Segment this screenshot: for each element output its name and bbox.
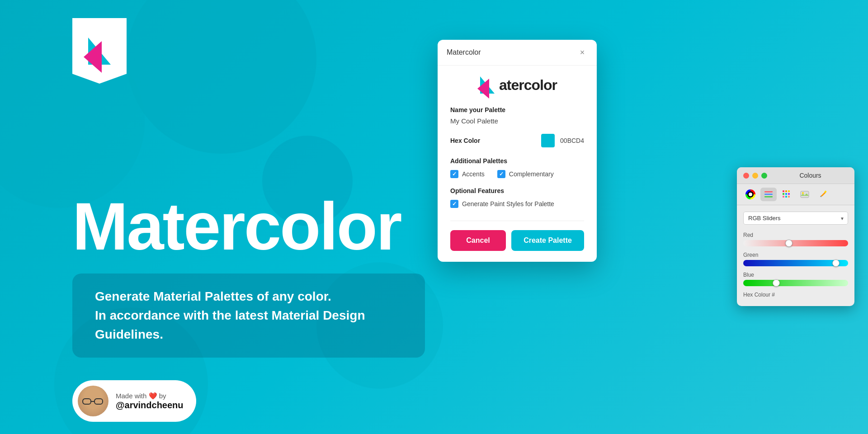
rgb-sliders-dropdown[interactable]: RGB Sliders: [743, 212, 848, 225]
author-card: Made with ❤️ by @arvindcheenu: [72, 380, 196, 422]
plugin-logo-pink: [477, 79, 489, 99]
logo-mark: [84, 38, 115, 65]
action-buttons: Cancel Create Palette: [450, 230, 584, 251]
svg-rect-7: [764, 194, 773, 195]
hex-field-row: Hex Colour #: [743, 292, 848, 298]
palette-name-label: Name your Palette: [450, 106, 584, 113]
close-button[interactable]: ×: [577, 47, 588, 58]
colors-panel: Colours: [737, 167, 854, 306]
green-slider-thumb[interactable]: [832, 259, 840, 267]
svg-rect-12: [783, 193, 784, 195]
pencil-icon[interactable]: [815, 188, 831, 201]
svg-rect-0: [83, 399, 91, 404]
red-slider-thumb[interactable]: [785, 240, 793, 247]
plugin-logo-mark: [477, 76, 497, 94]
subtitle-text: Generate Material Palettes of any color.…: [95, 287, 402, 344]
bookmark-shape: [72, 18, 127, 84]
divider: [450, 221, 584, 221]
sliders-toolbar-icon[interactable]: [760, 188, 777, 201]
svg-rect-15: [783, 196, 784, 198]
svg-point-5: [749, 193, 752, 196]
panel-body: RGB Sliders ▼ Red Green Blue Hex Colo: [737, 205, 854, 306]
left-content: Matercolor Generate Material Palettes of…: [72, 0, 479, 434]
avatar-glasses: [82, 398, 104, 405]
blue-slider-group: Blue: [743, 272, 848, 286]
author-text-block: Made with ❤️ by @arvindcheenu: [116, 392, 184, 410]
logo-container: [72, 18, 127, 84]
red-slider-track[interactable]: [743, 240, 848, 246]
hex-value: 00BCD4: [560, 137, 584, 144]
avatar: [78, 386, 108, 416]
accents-check-icon: ✓: [452, 171, 457, 177]
dialog-header: Matercolor ×: [438, 40, 597, 66]
blue-slider-track[interactable]: [743, 280, 848, 286]
made-with-text: Made with ❤️ by: [116, 392, 184, 400]
svg-rect-17: [788, 196, 790, 198]
accents-label: Accents: [462, 170, 485, 178]
generate-styles-check-icon: ✓: [452, 201, 457, 207]
traffic-light-green[interactable]: [761, 173, 767, 179]
create-palette-button[interactable]: Create Palette: [511, 230, 584, 251]
svg-rect-13: [785, 193, 787, 195]
generate-styles-checkbox[interactable]: ✓: [450, 200, 458, 208]
optional-features-label: Optional Features: [450, 187, 584, 194]
tagline-line1: Generate Material Palettes of any color.: [95, 289, 331, 303]
svg-rect-9: [783, 190, 784, 192]
traffic-light-red[interactable]: [743, 173, 749, 179]
hex-swatch[interactable]: [541, 134, 555, 147]
svg-rect-18: [801, 191, 809, 198]
svg-rect-11: [788, 190, 790, 192]
panel-titlebar: Colours: [737, 167, 854, 184]
grid-icon[interactable]: [778, 188, 795, 201]
hex-row: Hex Color 00BCD4: [450, 134, 584, 147]
svg-point-19: [802, 192, 804, 194]
dropdown-row[interactable]: RGB Sliders ▼: [743, 212, 848, 225]
checkboxes-row: ✓ Accents ✓ Complementary: [450, 170, 584, 178]
cancel-button[interactable]: Cancel: [450, 230, 506, 251]
blue-slider-thumb[interactable]: [773, 279, 780, 287]
subtitle-box: Generate Material Palettes of any color.…: [72, 274, 425, 358]
dropdown-arrow-icon: ▼: [840, 216, 844, 221]
panel-toolbar: [737, 184, 854, 205]
green-label: Green: [743, 252, 848, 258]
author-handle: @arvindcheenu: [116, 400, 184, 410]
svg-rect-8: [764, 196, 773, 198]
image-icon[interactable]: [797, 188, 813, 201]
color-wheel-icon[interactable]: [742, 188, 759, 201]
additional-palettes-label: Additional Palettes: [450, 157, 584, 165]
complementary-checkbox-item[interactable]: ✓ Complementary: [497, 170, 554, 178]
dialog-body: atercolor Name your Palette My Cool Pale…: [438, 66, 597, 262]
plugin-logo: atercolor: [450, 76, 584, 94]
complementary-checkbox[interactable]: ✓: [497, 170, 505, 178]
blue-label: Blue: [743, 272, 848, 278]
green-slider-group: Green: [743, 252, 848, 266]
hex-field-label: Hex Colour #: [743, 292, 848, 298]
complementary-check-icon: ✓: [499, 171, 504, 177]
svg-rect-16: [785, 196, 787, 198]
logo-pink-triangle: [84, 41, 102, 73]
accents-checkbox-item[interactable]: ✓ Accents: [450, 170, 485, 178]
main-title: Matercolor: [72, 193, 479, 260]
hex-label: Hex Color: [450, 137, 536, 144]
panel-title: Colours: [773, 172, 848, 179]
svg-rect-1: [94, 399, 103, 404]
svg-rect-14: [788, 193, 790, 195]
complementary-label: Complementary: [509, 170, 554, 178]
red-slider-group: Red: [743, 232, 848, 246]
plugin-dialog: Matercolor × atercolor Name your Palette…: [438, 40, 597, 262]
green-slider-track[interactable]: [743, 260, 848, 266]
svg-rect-6: [764, 191, 773, 193]
plugin-logo-text: atercolor: [499, 77, 557, 94]
traffic-light-yellow[interactable]: [752, 173, 758, 179]
optional-row: ✓ Generate Paint Styles for Palette: [450, 200, 584, 208]
dialog-title: Matercolor: [447, 48, 481, 57]
tagline-line2: In accordance with the latest Material D…: [95, 308, 365, 341]
palette-name-value[interactable]: My Cool Palette: [450, 117, 584, 125]
red-label: Red: [743, 232, 848, 238]
accents-checkbox[interactable]: ✓: [450, 170, 458, 178]
svg-rect-10: [785, 190, 787, 192]
generate-styles-label: Generate Paint Styles for Palette: [462, 200, 554, 208]
heart-icon: ❤️: [149, 392, 157, 400]
traffic-lights: [743, 173, 767, 179]
